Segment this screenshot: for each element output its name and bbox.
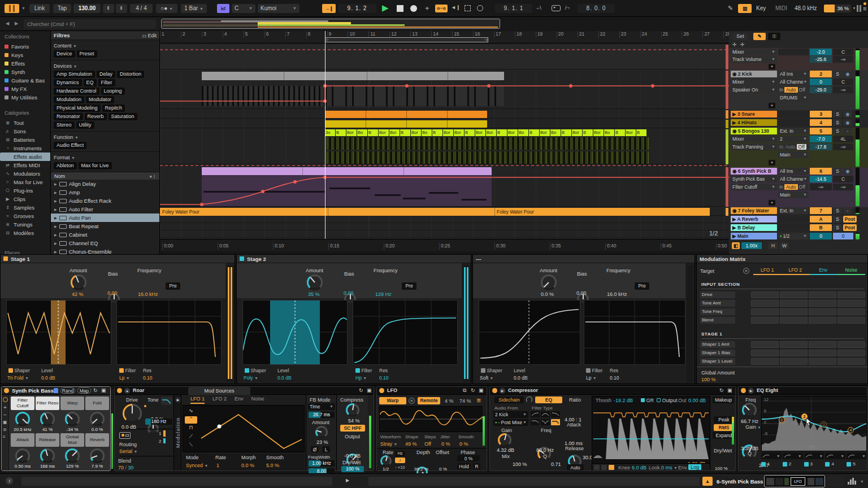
mod-source-tab[interactable]: Env	[235, 396, 244, 404]
matrix-cell[interactable]	[780, 350, 808, 356]
lfo-map-amount2[interactable]: 74 %	[459, 398, 471, 404]
foley-track-header[interactable]: ◉ 7 Foley Water	[731, 207, 777, 214]
headphone-icon[interactable]	[526, 396, 532, 403]
stage1-pre-button[interactable]: Pre	[166, 282, 180, 290]
filter-chip[interactable]: Resonator	[54, 113, 83, 120]
synth-input-chooser[interactable]: All Ins▼	[778, 168, 809, 175]
stage2-amount-value[interactable]: 35 %	[308, 291, 320, 297]
comp-view-collapse-icon[interactable]	[594, 465, 600, 470]
stage1-level-value[interactable]: 0.0 dB	[41, 375, 55, 381]
eq-display[interactable]: 1 2 3 4 12 6 0 -6 -12 100	[761, 396, 867, 451]
rack-variations-icon[interactable]: ↻	[93, 387, 98, 393]
auto-release-button[interactable]: Auto	[567, 464, 584, 470]
matrix-row-label[interactable]: Shaper 1 Amt	[700, 341, 735, 348]
kick-solo-button[interactable]: S	[833, 71, 842, 77]
filters-title[interactable]: Filtres	[54, 32, 70, 38]
matrix-source-column[interactable]: LFO 1	[753, 267, 782, 275]
content-group-label[interactable]: Content ▼	[54, 43, 157, 49]
filter-chip[interactable]: Stereo	[54, 121, 75, 129]
reverb-post-toggle[interactable]: Post	[843, 216, 857, 223]
bongos-pan[interactable]: 4L	[833, 136, 853, 142]
lfo-map-list-icon[interactable]: ≣	[476, 397, 481, 403]
macro-value[interactable]: 41 %	[36, 427, 59, 432]
stage2-frequency-value[interactable]: 129 Hz	[375, 291, 392, 297]
tap-tempo-button[interactable]: Tap	[53, 4, 71, 13]
rack-rand-button[interactable]: Rand	[60, 387, 75, 394]
filter-chip[interactable]: Filter	[98, 79, 115, 86]
collection-item[interactable]: Favoris	[0, 42, 51, 51]
expand-triangle-icon[interactable]: ▶	[54, 216, 57, 220]
tempo-field[interactable]: 130.00	[73, 4, 101, 13]
filters-edit-button[interactable]: ⚏ Edit	[142, 33, 157, 38]
stage1-filter-graph[interactable]	[116, 300, 222, 365]
fb-time-slider[interactable]: 26.7 ms	[309, 412, 335, 418]
stage2-shaper-graph[interactable]	[242, 300, 348, 365]
comp-gain-value[interactable]: 4.32 dB	[497, 447, 514, 453]
expand-triangle-icon[interactable]: ▶	[54, 182, 57, 186]
stage1-amount-knob[interactable]	[71, 274, 86, 290]
key-map-button[interactable]: Key	[756, 5, 766, 11]
foley-track-number[interactable]: 7	[810, 207, 832, 214]
loop-length-field[interactable]: 8. 0. 0	[578, 4, 615, 13]
roar-blend-value[interactable]: 70 / 30	[118, 465, 134, 470]
stage1-enable-checkbox[interactable]	[3, 256, 8, 261]
browser-device-row[interactable]: ▶ Amp	[51, 188, 159, 197]
bongos-input-chooser[interactable]: Ext. In▼	[778, 128, 809, 134]
stage1-bias-value[interactable]: 0.00	[107, 290, 118, 296]
nudge-down-button[interactable]: ⦀	[103, 4, 114, 13]
filter-chip[interactable]: Saturation	[108, 113, 137, 120]
rack-map-button[interactable]: Map	[77, 387, 91, 394]
category-item[interactable]: ∿ Modulators	[0, 169, 51, 178]
matrix-cell[interactable]	[780, 300, 808, 307]
eq-band-filter-chooser[interactable]: ▼	[847, 452, 867, 459]
link-button[interactable]: Link	[29, 4, 50, 13]
lfo-rate-value[interactable]: 1/2	[383, 467, 389, 472]
lfo-smooth-value[interactable]: 0 %	[459, 441, 468, 447]
eq-band-filter-chooser[interactable]: ▼	[825, 452, 845, 459]
browser-device-row[interactable]: ▶ Chorus-Ensemble	[51, 247, 159, 254]
category-item[interactable]: ⊣⊢ Effets audio	[0, 152, 51, 161]
matrix-row-label[interactable]: Shaper 1 Level	[700, 358, 735, 365]
delay-return-letter[interactable]: B	[810, 224, 832, 231]
category-item[interactable]: ⊞ Batteries	[0, 136, 51, 144]
category-item[interactable]: ⇄ Effets MIDI	[0, 161, 51, 169]
matrix-cell[interactable]	[809, 300, 836, 307]
macro-knob[interactable]	[65, 448, 80, 463]
filter-chip[interactable]: Preset	[77, 50, 97, 58]
main-volume[interactable]: 0	[810, 233, 832, 239]
synth-add-automation-button[interactable]: +	[769, 200, 775, 206]
matrix-row-label[interactable]: Shaper 1 Bias	[700, 350, 735, 356]
macro-knob[interactable]	[90, 448, 105, 463]
env-mode-button[interactable]: Log	[688, 464, 701, 470]
collection-item[interactable]: Effets	[0, 59, 51, 68]
reverb-io[interactable]	[778, 216, 809, 223]
expand-triangle-icon[interactable]: ▶	[54, 190, 57, 194]
sc-hpf-button[interactable]: SC HPF	[340, 425, 365, 432]
filter-chip[interactable]: Max for Live	[79, 162, 112, 169]
stage2-amount-knob[interactable]	[307, 274, 323, 290]
stage3-amount-value[interactable]: 0.0 %	[541, 291, 554, 297]
mod-wave-display[interactable]: ∿ ⌃ ⊓ ⟋ ⟍	[183, 405, 305, 452]
lfo-map-amount1[interactable]: 4 %	[445, 398, 454, 404]
clip-color-swatch[interactable]	[5, 4, 19, 13]
peak-button[interactable]: Peak	[714, 416, 734, 423]
main-output-chooser[interactable]: ▪ 1/2▼	[778, 233, 809, 239]
matrix-row-label[interactable]: Tone Amt	[700, 300, 735, 307]
collection-item[interactable]: Keys	[0, 51, 51, 59]
category-item[interactable]: ≣ Tout	[0, 119, 51, 127]
bongos-channel-chooser[interactable]: 2▼	[778, 136, 809, 142]
roar-save-icon[interactable]: ▣	[367, 387, 372, 393]
comp-freq-value[interactable]: 80.0 Hz	[536, 447, 554, 453]
synth-control-chooser[interactable]: Filter Cutoff▼	[731, 184, 777, 190]
fb-amount-knob[interactable]	[315, 426, 328, 438]
eq-fold-icon[interactable]: ▶	[748, 388, 754, 394]
stage3-level-value[interactable]: 0.0 dB	[514, 375, 528, 381]
filter-chip[interactable]: Audio Effect	[54, 142, 86, 149]
hihats-track-header[interactable]: ▶ 4 HiHats	[731, 119, 777, 126]
lfo-offset-value[interactable]: 0 %	[439, 467, 447, 472]
kick-volume[interactable]: 0	[810, 79, 832, 85]
main-track-header[interactable]: ▶ Main	[731, 233, 777, 239]
lfo-waveform-value[interactable]: Stray ▼	[380, 441, 397, 447]
filter-bell-icon[interactable]	[541, 411, 550, 417]
expand-triangle-icon[interactable]: ▶	[54, 233, 57, 237]
